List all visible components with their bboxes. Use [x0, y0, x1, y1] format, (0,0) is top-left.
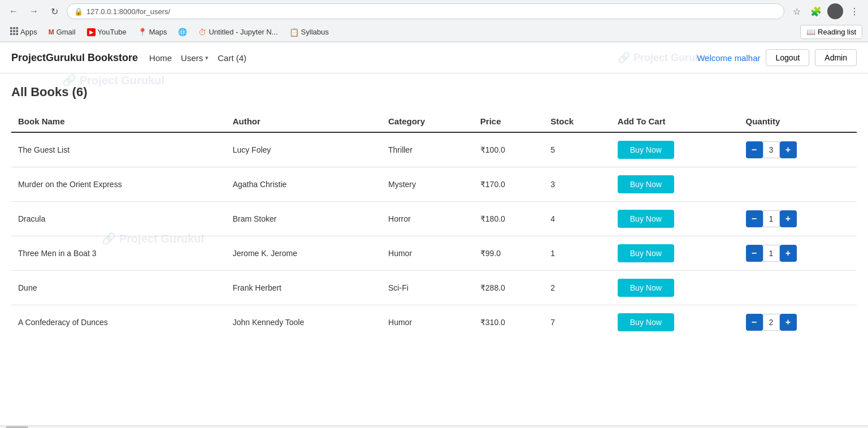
nav-users-label: Users [181, 53, 203, 63]
price-cell: ₹288.0 [474, 271, 544, 305]
book-name-cell: A Confederacy of Dunces [11, 305, 226, 340]
page-title: All Books (6) [11, 85, 857, 100]
header-row: Book Name Author Category Price Stock Ad… [11, 111, 857, 132]
extensions-button[interactable]: 🧩 [808, 3, 824, 19]
quantity-controls: − 1 + [746, 245, 850, 262]
nav-cart[interactable]: Cart (4) [218, 53, 246, 63]
nav-home[interactable]: Home [149, 53, 172, 63]
menu-button[interactable]: ⋮ [847, 3, 862, 19]
stock-cell: 5 [544, 132, 611, 167]
decrease-qty-button[interactable]: − [746, 210, 763, 227]
bookmark-youtube[interactable]: ▶ YouTube [83, 26, 131, 38]
bookmark-syllabus[interactable]: 📋 Syllabus [285, 26, 333, 38]
decrease-qty-button[interactable]: − [746, 141, 763, 158]
main-content: 🔗 Project Gurukul 🔗 Project Gurukul All … [0, 74, 868, 351]
category-cell: Sci-Fi [381, 271, 474, 305]
buy-now-button[interactable]: Buy Now [618, 141, 674, 159]
qty-value: 1 [763, 245, 780, 262]
quantity-controls: − 3 + [746, 141, 850, 158]
table-row: Dune Frank Herbert Sci-Fi ₹288.0 2 Buy N… [11, 271, 857, 305]
add-to-cart-cell: Buy Now [611, 271, 739, 305]
bookmark-jupyter[interactable]: ⏱ Untitled - Jupyter N... [194, 26, 282, 38]
author-cell: John Kennedy Toole [226, 305, 381, 340]
syllabus-label: Syllabus [301, 28, 329, 36]
reading-list-label: Reading list [818, 28, 856, 36]
author-cell: Agatha Christie [226, 167, 381, 202]
reading-list-button[interactable]: 📖 Reading list [800, 25, 862, 39]
chevron-down-icon: ▾ [205, 54, 209, 62]
price-cell: ₹180.0 [474, 202, 544, 236]
jupyter-label: Untitled - Jupyter N... [209, 28, 277, 36]
buy-now-button[interactable]: Buy Now [618, 313, 674, 331]
logout-button[interactable]: Logout [766, 49, 809, 66]
quantity-cell: − 1 + [739, 202, 857, 236]
table-row: The Guest List Lucy Foley Thriller ₹100.… [11, 132, 857, 167]
back-button[interactable]: ← [6, 3, 21, 19]
navbar: ProjectGurukul Bookstore Home Users ▾ Ca… [0, 42, 868, 74]
category-cell: Humor [381, 236, 474, 271]
stock-cell: 7 [544, 305, 611, 340]
buy-now-button[interactable]: Buy Now [618, 175, 674, 193]
buy-now-button[interactable]: Buy Now [618, 244, 674, 262]
qty-value: 3 [763, 141, 780, 158]
navbar-nav: Home Users ▾ Cart (4) [149, 53, 697, 63]
add-to-cart-cell: Buy Now [611, 202, 739, 236]
maps-icon: 📍 [138, 28, 147, 36]
add-to-cart-cell: Buy Now [611, 132, 739, 167]
price-cell: ₹170.0 [474, 167, 544, 202]
add-to-cart-cell: Buy Now [611, 305, 739, 340]
lock-icon: 🔒 [74, 7, 83, 16]
bookmark-earth[interactable]: 🌐 [173, 26, 192, 38]
category-cell: Mystery [381, 167, 474, 202]
app-container: ProjectGurukul Bookstore Home Users ▾ Ca… [0, 42, 868, 425]
svg-rect-0 [10, 27, 12, 29]
bookmark-maps[interactable]: 📍 Maps [133, 26, 172, 38]
browser-actions: ☆ 🧩 ⋮ [789, 3, 862, 19]
browser-toolbar: ← → ↻ 🔒 127.0.0.1:8000/for_users/ ☆ 🧩 ⋮ [0, 0, 868, 23]
stock-cell: 1 [544, 236, 611, 271]
gmail-icon: M [49, 28, 54, 36]
horizontal-scrollbar[interactable] [0, 425, 868, 428]
gmail-label: Gmail [57, 28, 76, 36]
nav-users-dropdown[interactable]: Users ▾ [181, 53, 209, 63]
col-category: Category [381, 111, 474, 132]
bookmark-star-button[interactable]: ☆ [789, 3, 805, 19]
svg-rect-6 [10, 33, 12, 36]
quantity-controls: − 1 + [746, 210, 850, 227]
add-to-cart-cell: Buy Now [611, 236, 739, 271]
profile-avatar[interactable] [827, 3, 843, 19]
qty-value: 1 [763, 210, 780, 227]
book-name-cell: Three Men in a Boat 3 [11, 236, 226, 271]
svg-rect-1 [13, 27, 15, 29]
category-cell: Thriller [381, 132, 474, 167]
jupyter-icon: ⏱ [198, 28, 206, 37]
stock-cell: 3 [544, 167, 611, 202]
forward-button[interactable]: → [26, 3, 42, 19]
buy-now-button[interactable]: Buy Now [618, 210, 674, 228]
author-cell: Jerome K. Jerome [226, 236, 381, 271]
buy-now-button[interactable]: Buy Now [618, 279, 674, 297]
quantity-cell: − 1 + [739, 236, 857, 271]
qty-value: 2 [763, 314, 780, 331]
table-header: Book Name Author Category Price Stock Ad… [11, 111, 857, 132]
youtube-icon: ▶ [87, 28, 96, 36]
bookmark-gmail[interactable]: M Gmail [44, 26, 80, 38]
admin-button[interactable]: Admin [815, 49, 857, 66]
reading-list-icon: 📖 [806, 28, 815, 36]
stock-cell: 4 [544, 202, 611, 236]
address-bar[interactable]: 🔒 127.0.0.1:8000/for_users/ [67, 3, 784, 19]
decrease-qty-button[interactable]: − [746, 314, 763, 331]
book-name-cell: Dracula [11, 202, 226, 236]
reload-button[interactable]: ↻ [46, 3, 62, 19]
decrease-qty-button[interactable]: − [746, 245, 763, 262]
increase-qty-button[interactable]: + [780, 210, 797, 227]
category-cell: Humor [381, 305, 474, 340]
price-cell: ₹100.0 [474, 132, 544, 167]
increase-qty-button[interactable]: + [780, 314, 797, 331]
books-tbody: The Guest List Lucy Foley Thriller ₹100.… [11, 132, 857, 339]
book-name-cell: The Guest List [11, 132, 226, 167]
increase-qty-button[interactable]: + [780, 245, 797, 262]
bookmark-apps[interactable]: Apps [6, 25, 42, 38]
maps-label: Maps [149, 28, 167, 36]
increase-qty-button[interactable]: + [780, 141, 797, 158]
